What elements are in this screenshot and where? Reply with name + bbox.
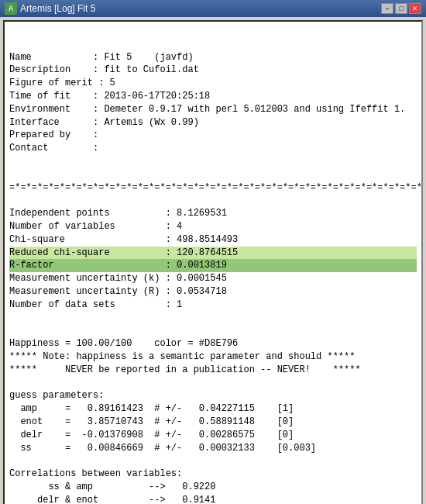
log-line: Environment : Demeter 0.9.17 with perl 5… xyxy=(9,103,417,116)
log-line: Prepared by : xyxy=(9,129,417,142)
log-line: amp = 0.89161423 # +/- 0.04227115 [1] xyxy=(9,402,417,416)
log-line: ss & amp --> 0.9220 xyxy=(9,481,417,494)
log-line: Reduced chi-square : 120.8764515 xyxy=(9,247,417,260)
log-line: Name : Fit 5 (javfd) xyxy=(9,51,417,64)
log-line: Number of data sets : 1 xyxy=(9,299,417,312)
log-line: Contact : xyxy=(9,142,417,155)
log-line: Description : fit to Cufoil.dat xyxy=(9,64,417,77)
log-line xyxy=(9,168,417,181)
log-line xyxy=(9,194,417,207)
log-line: Measurement uncertainty (k) : 0.0001545 xyxy=(9,272,417,285)
log-line: enot = 3.85710743 # +/- 0.58891148 [0] xyxy=(9,416,417,429)
log-line: Independent points : 8.1269531 xyxy=(9,207,417,220)
log-line: =*=*=*=*=*=*=*=*=*=*=*=*=*=*=*=*=*=*=*=*… xyxy=(9,181,417,195)
log-line: Interface : Artemis (Wx 0.99) xyxy=(9,116,417,129)
log-line: delr & enot --> 0.9141 xyxy=(9,494,417,504)
log-line: Chi-square : 498.8514493 xyxy=(9,233,417,247)
maximize-button[interactable]: □ xyxy=(395,3,407,14)
window-body: Name : Fit 5 (javfd)Description : fit to… xyxy=(0,17,426,504)
log-line xyxy=(9,312,417,325)
app-icon: A xyxy=(5,2,17,15)
log-line: ***** Note: happiness is a semantic para… xyxy=(9,350,417,364)
titlebar: A Artemis [Log] Fit 5 − □ ✕ xyxy=(0,0,426,17)
log-line: Time of fit : 2013-06-17T20:25:18 xyxy=(9,90,417,103)
log-line xyxy=(9,454,417,468)
minimize-button[interactable]: − xyxy=(381,3,393,14)
log-line: Happiness = 100.00/100 color = #D8E796 xyxy=(9,337,417,350)
log-line xyxy=(9,324,417,337)
log-text-container: Name : Fit 5 (javfd)Description : fit to… xyxy=(3,20,423,504)
log-text-area[interactable]: Name : Fit 5 (javfd)Description : fit to… xyxy=(5,22,421,504)
window-close-button[interactable]: ✕ xyxy=(409,3,421,14)
window-controls: − □ ✕ xyxy=(381,3,421,14)
log-line: Correlations between variables: xyxy=(9,468,417,481)
log-line xyxy=(9,155,417,168)
log-line: Measurement uncertainty (R) : 0.0534718 xyxy=(9,285,417,299)
log-line: R-factor : 0.0013819 xyxy=(9,259,417,272)
log-line: Figure of merit : 5 xyxy=(9,77,417,90)
log-line: Number of variables : 4 xyxy=(9,220,417,233)
log-line: guess parameters: xyxy=(9,389,417,402)
window-title: Artemis [Log] Fit 5 xyxy=(20,3,381,14)
log-line xyxy=(9,377,417,390)
app-icon-label: A xyxy=(9,5,13,13)
log-line: delr = -0.01376908 # +/- 0.00286575 [0] xyxy=(9,429,417,442)
log-line: ***** NEVER be reported in a publication… xyxy=(9,364,417,377)
log-line: ss = 0.00846669 # +/- 0.00032133 [0.003] xyxy=(9,442,417,455)
